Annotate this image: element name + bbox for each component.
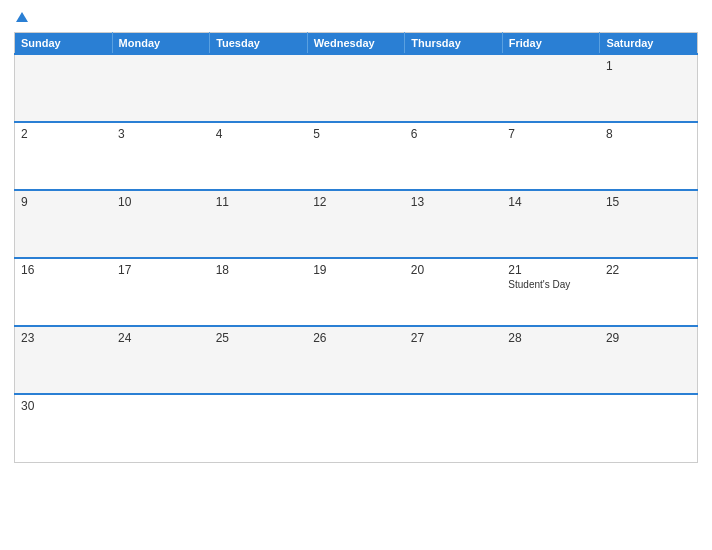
calendar-cell: 6 [405, 122, 503, 190]
day-number: 13 [411, 195, 497, 209]
calendar-cell: 24 [112, 326, 210, 394]
calendar-cell [15, 54, 113, 122]
logo [14, 10, 28, 26]
day-number: 22 [606, 263, 691, 277]
weekday-header-monday: Monday [112, 33, 210, 55]
calendar-cell: 19 [307, 258, 405, 326]
event-text: Student's Day [508, 279, 594, 290]
day-number: 24 [118, 331, 204, 345]
day-number: 12 [313, 195, 399, 209]
calendar-cell: 20 [405, 258, 503, 326]
weekday-header-saturday: Saturday [600, 33, 698, 55]
day-number: 2 [21, 127, 106, 141]
day-number: 10 [118, 195, 204, 209]
day-number: 27 [411, 331, 497, 345]
calendar-cell: 17 [112, 258, 210, 326]
calendar-cell: 16 [15, 258, 113, 326]
day-number: 9 [21, 195, 106, 209]
day-number: 7 [508, 127, 594, 141]
calendar-cell: 4 [210, 122, 308, 190]
day-number: 14 [508, 195, 594, 209]
day-number: 11 [216, 195, 302, 209]
calendar-week-0: 1 [15, 54, 698, 122]
calendar-table: SundayMondayTuesdayWednesdayThursdayFrid… [14, 32, 698, 463]
calendar-page: SundayMondayTuesdayWednesdayThursdayFrid… [0, 0, 712, 550]
logo-top [14, 10, 28, 26]
day-number: 16 [21, 263, 106, 277]
calendar-cell [210, 394, 308, 462]
calendar-cell: 18 [210, 258, 308, 326]
calendar-cell: 2 [15, 122, 113, 190]
day-number: 17 [118, 263, 204, 277]
calendar-cell: 14 [502, 190, 600, 258]
calendar-cell: 29 [600, 326, 698, 394]
calendar-cell: 23 [15, 326, 113, 394]
calendar-cell: 5 [307, 122, 405, 190]
logo-triangle-icon [16, 12, 28, 22]
calendar-header: SundayMondayTuesdayWednesdayThursdayFrid… [15, 33, 698, 55]
calendar-cell [112, 54, 210, 122]
weekday-header-thursday: Thursday [405, 33, 503, 55]
day-number: 1 [606, 59, 691, 73]
calendar-cell: 30 [15, 394, 113, 462]
calendar-body: 123456789101112131415161718192021Student… [15, 54, 698, 462]
weekday-header-row: SundayMondayTuesdayWednesdayThursdayFrid… [15, 33, 698, 55]
calendar-cell: 8 [600, 122, 698, 190]
calendar-cell [307, 394, 405, 462]
calendar-cell [307, 54, 405, 122]
calendar-cell: 13 [405, 190, 503, 258]
page-header [14, 10, 698, 26]
day-number: 26 [313, 331, 399, 345]
day-number: 4 [216, 127, 302, 141]
calendar-cell [600, 394, 698, 462]
day-number: 25 [216, 331, 302, 345]
day-number: 21 [508, 263, 594, 277]
calendar-week-5: 30 [15, 394, 698, 462]
day-number: 23 [21, 331, 106, 345]
calendar-cell: 1 [600, 54, 698, 122]
calendar-cell: 9 [15, 190, 113, 258]
calendar-cell [502, 394, 600, 462]
calendar-cell: 22 [600, 258, 698, 326]
calendar-cell: 26 [307, 326, 405, 394]
day-number: 3 [118, 127, 204, 141]
calendar-cell: 11 [210, 190, 308, 258]
calendar-cell: 7 [502, 122, 600, 190]
calendar-cell: 12 [307, 190, 405, 258]
calendar-cell: 27 [405, 326, 503, 394]
calendar-cell: 28 [502, 326, 600, 394]
calendar-cell [502, 54, 600, 122]
calendar-cell [112, 394, 210, 462]
day-number: 28 [508, 331, 594, 345]
calendar-cell: 3 [112, 122, 210, 190]
day-number: 19 [313, 263, 399, 277]
day-number: 18 [216, 263, 302, 277]
calendar-week-4: 23242526272829 [15, 326, 698, 394]
calendar-cell [405, 54, 503, 122]
calendar-week-2: 9101112131415 [15, 190, 698, 258]
day-number: 6 [411, 127, 497, 141]
weekday-header-sunday: Sunday [15, 33, 113, 55]
calendar-week-3: 161718192021Student's Day22 [15, 258, 698, 326]
calendar-cell: 21Student's Day [502, 258, 600, 326]
calendar-cell: 15 [600, 190, 698, 258]
weekday-header-tuesday: Tuesday [210, 33, 308, 55]
day-number: 5 [313, 127, 399, 141]
calendar-week-1: 2345678 [15, 122, 698, 190]
day-number: 20 [411, 263, 497, 277]
calendar-cell: 25 [210, 326, 308, 394]
weekday-header-friday: Friday [502, 33, 600, 55]
weekday-header-wednesday: Wednesday [307, 33, 405, 55]
day-number: 15 [606, 195, 691, 209]
day-number: 8 [606, 127, 691, 141]
calendar-cell: 10 [112, 190, 210, 258]
day-number: 29 [606, 331, 691, 345]
day-number: 30 [21, 399, 106, 413]
calendar-cell [405, 394, 503, 462]
calendar-cell [210, 54, 308, 122]
